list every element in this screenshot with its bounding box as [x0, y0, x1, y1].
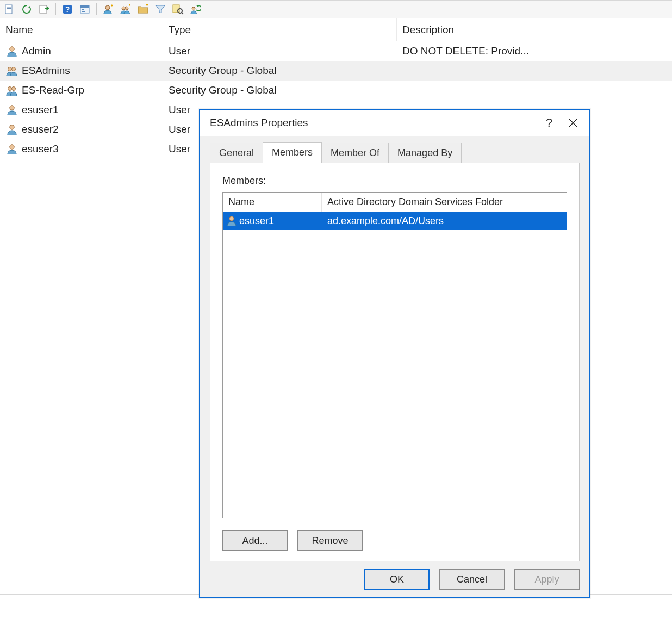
svg-point-18 [12, 67, 16, 71]
cancel-button[interactable]: Cancel [439, 569, 505, 590]
svg-point-12 [125, 7, 128, 10]
tab-managed-by[interactable]: Managed By [388, 143, 462, 163]
properties-dialog: ESAdmins Properties ? General Members Me… [199, 109, 590, 598]
svg-point-23 [10, 145, 14, 149]
svg-text:?: ? [65, 5, 70, 14]
list-row[interactable]: AdminUserDO NOT DELETE: Provid... [0, 41, 672, 61]
filter-icon[interactable] [153, 2, 167, 16]
tab-member-of[interactable]: Member Of [321, 143, 389, 163]
properties-icon[interactable] [78, 2, 92, 16]
row-name: ESAdmins [22, 65, 70, 77]
dialog-titlebar: ESAdmins Properties ? [200, 110, 589, 136]
toolbar-separator [55, 3, 56, 15]
row-name: ES-Read-Grp [22, 84, 84, 96]
svg-rect-3 [40, 5, 47, 13]
list-row[interactable]: ESAdminsSecurity Group - Global [0, 61, 672, 81]
add-button[interactable]: Add... [222, 530, 288, 551]
svg-point-10 [105, 5, 110, 10]
members-column-name[interactable]: Name [223, 193, 322, 212]
user-icon [5, 123, 18, 136]
members-button-row: Add... Remove [222, 530, 567, 551]
new-folder-icon[interactable] [136, 2, 150, 16]
remove-button[interactable]: Remove [297, 530, 363, 551]
export-list-icon[interactable] [37, 2, 51, 16]
ok-button[interactable]: OK [364, 569, 430, 590]
dialog-footer: OK Cancel Apply [200, 561, 589, 597]
tab-panel-members: Members: Name Active Directory Domain Se… [210, 163, 580, 561]
toolbar: ? [0, 0, 672, 18]
row-type: User [163, 45, 397, 57]
members-column-folder[interactable]: Active Directory Domain Services Folder [322, 193, 567, 212]
refresh-all-icon[interactable] [188, 2, 202, 16]
members-header: Name Active Directory Domain Services Fo… [223, 193, 567, 212]
user-icon [5, 103, 18, 116]
svg-rect-0 [5, 5, 12, 14]
column-header-description[interactable]: Description [397, 18, 672, 41]
tab-general[interactable]: General [210, 143, 263, 163]
svg-point-19 [8, 87, 12, 91]
row-name: esuser2 [22, 123, 59, 135]
svg-point-24 [229, 216, 234, 221]
svg-point-20 [12, 87, 16, 91]
row-description: DO NOT DELETE: Provid... [397, 45, 672, 57]
list-row[interactable]: ES-Read-GrpSecurity Group - Global [0, 81, 672, 100]
group-icon [5, 84, 18, 97]
svg-rect-7 [80, 5, 89, 8]
list-header: Name Type Description [0, 18, 672, 41]
refresh-icon[interactable] [20, 2, 34, 16]
user-icon [5, 143, 18, 156]
members-row[interactable]: esuser1ad.example.com/AD/Users [223, 212, 567, 230]
svg-point-16 [10, 47, 14, 51]
row-name: Admin [22, 45, 51, 57]
add-group-icon[interactable] [119, 2, 133, 16]
svg-rect-8 [82, 9, 84, 10]
help-icon[interactable]: ? [60, 2, 74, 16]
find-icon[interactable] [171, 2, 185, 16]
column-header-name[interactable]: Name [0, 18, 163, 41]
tab-bar: General Members Member Of Managed By [210, 141, 580, 163]
svg-rect-1 [7, 7, 11, 8]
svg-point-11 [122, 7, 125, 10]
user-icon [5, 45, 18, 58]
svg-point-15 [192, 7, 195, 10]
svg-rect-9 [82, 11, 85, 12]
row-name: esuser1 [22, 104, 59, 116]
row-name: esuser3 [22, 143, 59, 155]
add-user-icon[interactable] [101, 2, 115, 16]
tab-members[interactable]: Members [263, 142, 322, 163]
dialog-title: ESAdmins Properties [210, 117, 537, 129]
group-icon [5, 64, 18, 77]
apply-button[interactable]: Apply [514, 569, 580, 590]
svg-point-17 [8, 67, 12, 71]
page-icon[interactable] [2, 2, 16, 16]
svg-point-21 [10, 106, 14, 110]
close-button[interactable] [561, 112, 585, 134]
member-name: esuser1 [239, 215, 274, 227]
column-header-type[interactable]: Type [163, 18, 397, 41]
user-icon [225, 214, 238, 227]
row-type: Security Group - Global [163, 65, 397, 77]
members-label: Members: [222, 175, 567, 187]
toolbar-separator [96, 3, 97, 15]
member-folder: ad.example.com/AD/Users [322, 215, 567, 227]
members-listbox: Name Active Directory Domain Services Fo… [222, 192, 567, 518]
svg-rect-2 [7, 8, 11, 9]
row-type: Security Group - Global [163, 84, 397, 96]
dialog-body: General Members Member Of Managed By Mem… [200, 136, 589, 561]
help-button[interactable]: ? [537, 112, 561, 134]
svg-point-22 [10, 125, 14, 129]
